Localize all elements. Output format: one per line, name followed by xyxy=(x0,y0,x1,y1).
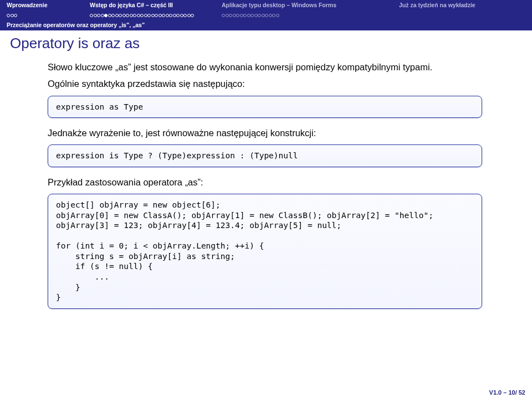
code-as-syntax: expression as Type xyxy=(48,96,482,118)
dots-section-1 xyxy=(7,9,18,19)
para-syntax-intro: Ogólnie syntaktyka przedstawia się nastę… xyxy=(48,77,482,90)
dots-section-3 xyxy=(222,9,279,19)
nav-section-intro[interactable]: Wprowadzenie xyxy=(7,2,90,8)
code-example-as: object[] objArray = new object[6]; objAr… xyxy=(48,194,482,308)
para-as-intro: Słowo kluczowe „as” jest stosowane do wy… xyxy=(48,61,482,73)
code-equivalent-construct: expression is Type ? (Type)expression : … xyxy=(48,144,482,167)
para-equivalence: Jednakże wyrażenie to, jest równoważne n… xyxy=(48,127,482,139)
nav-section-next-week[interactable]: Już za tydzień na wykładzie xyxy=(399,2,475,8)
beamer-subsection: Przeciążanie operatorów oraz operatory „… xyxy=(0,20,532,30)
slide-number: V1.0 – 10/ 52 xyxy=(489,389,525,396)
nav-section-winforms[interactable]: Aplikacje typu desktop – Windows Forms xyxy=(222,2,399,8)
nav-section-csharp-3[interactable]: Wstęp do języka C# – część III xyxy=(90,2,222,8)
beamer-headline: Wprowadzenie Wstęp do języka C# – część … xyxy=(0,0,532,9)
para-example-intro: Przykład zastosowania operatora „as”: xyxy=(48,176,482,188)
frame-body: Słowo kluczowe „as” jest stosowane do wy… xyxy=(0,61,532,309)
dots-section-2 xyxy=(90,9,195,19)
frame-title: Operatory is oraz as xyxy=(0,30,532,60)
beamer-progress-dots xyxy=(0,9,532,20)
